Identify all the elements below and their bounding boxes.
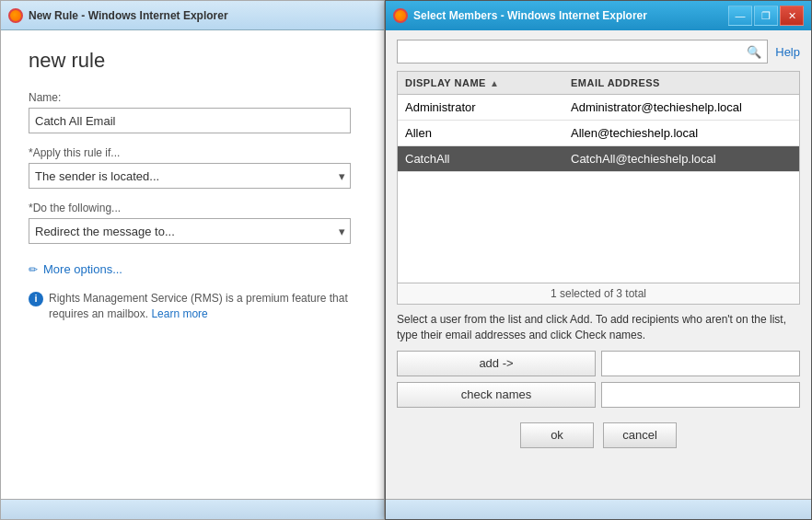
right-content: 🔍 Help DISPLAY NAME ▲ EMAIL ADDRESS Admi… [386, 30, 811, 499]
cancel-button[interactable]: cancel [603, 422, 677, 448]
more-options-label: More options... [43, 262, 122, 276]
search-box: 🔍 [397, 40, 768, 64]
page-title: new rule [29, 49, 356, 73]
right-titlebar: Select Members - Windows Internet Explor… [386, 1, 811, 30]
member-display-name: CatchAll [398, 146, 563, 171]
member-email: CatchAll@techieshelp.local [563, 146, 799, 171]
table-row[interactable]: Administrator Administrator@techieshelp.… [398, 95, 799, 121]
sort-arrow-icon: ▲ [490, 78, 499, 88]
name-label: Name: [29, 91, 356, 104]
do-following-select[interactable]: Redirect the message to... [29, 218, 351, 244]
select-members-window: Select Members - Windows Internet Explor… [385, 0, 812, 520]
apply-rule-label: *Apply this rule if... [29, 146, 356, 159]
check-names-input[interactable] [601, 382, 800, 408]
right-ie-logo-icon [393, 8, 408, 23]
apply-rule-select[interactable]: The sender is located... [29, 163, 351, 189]
members-table: DISPLAY NAME ▲ EMAIL ADDRESS Administrat… [397, 71, 800, 283]
name-group: Name: [29, 91, 356, 133]
dialog-buttons: ok cancel [397, 415, 800, 452]
do-following-select-wrapper: Redirect the message to... [29, 218, 351, 244]
close-button[interactable]: ✕ [780, 6, 804, 26]
titlebar-controls: — ❐ ✕ [728, 6, 804, 26]
left-titlebar: New Rule - Windows Internet Explorer [1, 1, 384, 30]
table-row-selected[interactable]: CatchAll CatchAll@techieshelp.local [398, 146, 799, 172]
right-statusbar [386, 499, 811, 519]
search-icon: 🔍 [747, 45, 761, 59]
ie-logo-icon [8, 8, 23, 23]
name-input[interactable] [29, 108, 351, 133]
left-content: new rule Name: *Apply this rule if... Th… [1, 30, 384, 499]
rms-text: Rights Management Service (RMS) is a pre… [49, 291, 356, 322]
apply-rule-select-wrapper: The sender is located... [29, 163, 351, 189]
add-input[interactable] [601, 351, 800, 376]
ok-button[interactable]: ok [520, 422, 594, 448]
action-area: add -> check names [397, 351, 800, 408]
learn-more-link[interactable]: Learn more [151, 307, 207, 320]
minimize-button[interactable]: — [728, 6, 752, 26]
pencil-icon: ✏ [29, 263, 38, 276]
left-statusbar [1, 499, 384, 519]
restore-button[interactable]: ❐ [754, 6, 778, 26]
left-window-title: New Rule - Windows Internet Explorer [29, 9, 228, 22]
help-link[interactable]: Help [775, 45, 800, 59]
add-button[interactable]: add -> [397, 351, 596, 376]
hint-text: Select a user from the list and click Ad… [397, 312, 800, 343]
table-header: DISPLAY NAME ▲ EMAIL ADDRESS [398, 72, 799, 95]
members-table-container: DISPLAY NAME ▲ EMAIL ADDRESS Administrat… [397, 71, 800, 305]
search-input[interactable] [403, 45, 747, 59]
col-email: EMAIL ADDRESS [563, 75, 799, 90]
info-icon: i [29, 292, 43, 306]
rms-info: i Rights Management Service (RMS) is a p… [29, 291, 356, 322]
table-row[interactable]: Allen Allen@techieshelp.local [398, 121, 799, 146]
do-following-label: *Do the following... [29, 202, 356, 214]
new-rule-window: New Rule - Windows Internet Explorer new… [0, 0, 385, 520]
right-window-title: Select Members - Windows Internet Explor… [413, 9, 723, 22]
selected-count: 1 selected of 3 total [397, 283, 800, 305]
member-display-name: Administrator [398, 95, 563, 120]
do-following-group: *Do the following... Redirect the messag… [29, 202, 356, 244]
member-email: Allen@techieshelp.local [563, 121, 799, 145]
apply-rule-group: *Apply this rule if... The sender is loc… [29, 146, 356, 189]
search-row: 🔍 Help [397, 40, 800, 64]
empty-table-space [398, 172, 799, 283]
more-options-link[interactable]: ✏ More options... [29, 262, 356, 276]
member-display-name: Allen [398, 121, 563, 145]
col-display-name: DISPLAY NAME ▲ [398, 75, 563, 90]
member-email: Administrator@techieshelp.local [563, 95, 799, 120]
check-names-button[interactable]: check names [397, 382, 596, 408]
